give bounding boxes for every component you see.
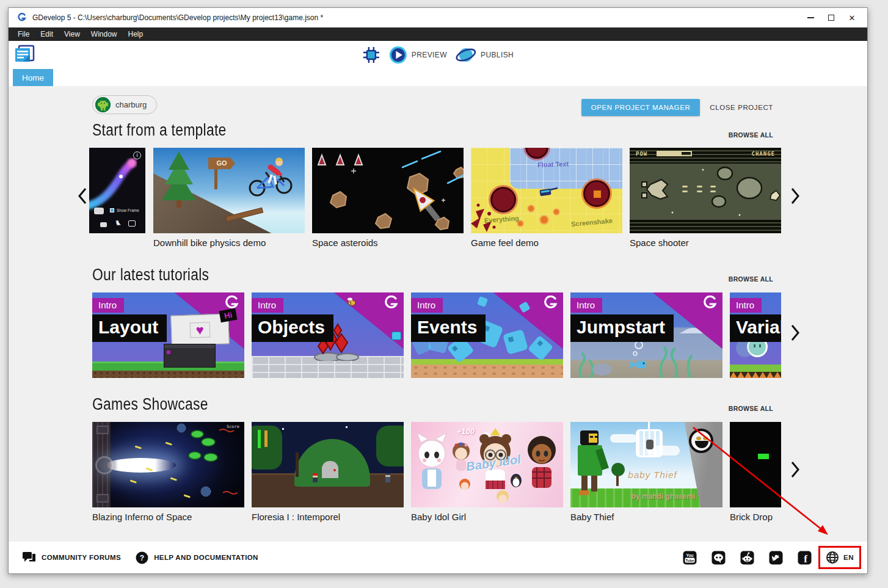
card-label[interactable]: Floresia I : Intemporel (252, 512, 340, 522)
showcase-card-floresia[interactable] (252, 422, 404, 507)
browse-all-templates[interactable]: BROWSE ALL (729, 131, 773, 139)
blob-core (594, 191, 601, 198)
reddit-icon[interactable] (740, 551, 754, 565)
youtube-icon[interactable]: You Tube (683, 551, 697, 565)
pixel-character-2 (385, 473, 390, 482)
card-label[interactable]: Downhill bike physics demo (153, 238, 266, 248)
tank-art (537, 186, 558, 198)
showcase-card-brick-drop[interactable] (730, 422, 781, 507)
gdevelop-logo-icon (17, 13, 27, 23)
minimize-button[interactable] (800, 10, 821, 26)
twitter-icon[interactable] (769, 551, 783, 565)
go-sign: GO (208, 158, 235, 169)
card-label[interactable]: Space shooter (630, 238, 689, 248)
bee-icon (346, 297, 358, 306)
help-documentation-label: HELP AND DOCUMENTATION (154, 554, 258, 561)
template-card-downhill-bike[interactable]: GO (153, 148, 305, 233)
dirt-strip (92, 371, 244, 378)
section-title-showcase: Games Showcase (92, 395, 208, 414)
panel-art (164, 344, 216, 368)
itch-mini-icon (128, 220, 136, 227)
preview-button[interactable]: PREVIEW (389, 46, 447, 64)
small-tree-trunk (616, 475, 619, 486)
menu-view[interactable]: View (59, 27, 86, 41)
cloud (610, 434, 637, 443)
user-profile-chip[interactable]: charburg (92, 95, 157, 114)
template-card-space-asteroids[interactable] (312, 148, 464, 233)
templates-right-arrow[interactable] (790, 187, 801, 208)
tutorial-card-objects[interactable]: Intro Objects (252, 292, 404, 378)
discord-icon[interactable] (711, 551, 726, 565)
facebook-icon[interactable]: f (798, 551, 812, 565)
gdevelop-logo-icon (702, 296, 718, 311)
pow-label: POW (636, 151, 647, 157)
tab-bar: Home (9, 69, 867, 86)
baby-thief-byline: by mahdi ghasemi (631, 492, 696, 501)
showcase-card-blazing-inferno[interactable]: Score (92, 422, 244, 507)
tutorial-card-jumpstart[interactable]: Intro Jumpstart (570, 292, 722, 378)
tutorials-right-arrow[interactable] (790, 324, 801, 344)
card-label[interactable]: Baby Idol Girl (411, 512, 466, 522)
close-project-button[interactable]: CLOSE PROJECT (704, 99, 779, 116)
menu-file[interactable]: File (12, 27, 35, 41)
tab-home[interactable]: Home (13, 69, 53, 86)
header-actions: OPEN PROJECT MANAGER CLOSE PROJECT (581, 99, 779, 116)
card-label[interactable]: Baby Thief (570, 512, 614, 522)
app-window: GDevelop 5 - C:\Users\charburg\Documents… (8, 7, 868, 574)
score-label: Score (227, 424, 239, 429)
project-manager-button[interactable] (13, 44, 35, 66)
pine-tree-art (162, 151, 196, 209)
user-avatar (95, 97, 111, 112)
tutorial-card-layout[interactable]: ♥ Hi Intro Layout (92, 292, 244, 378)
tutorial-tag: Intro (570, 298, 602, 313)
home-page: charburg OPEN PROJECT MANAGER CLOSE PROJ… (9, 86, 867, 542)
svg-text:f: f (804, 553, 807, 565)
change-label: CHANGE (751, 151, 775, 157)
enemies-art (92, 422, 244, 507)
showcase-card-baby-thief[interactable]: baby Thief by mahdi ghasemi (570, 422, 722, 507)
debugger-button[interactable] (362, 46, 380, 64)
language-selector-button[interactable]: EN (818, 546, 861, 569)
orange-dot-2 (540, 216, 548, 223)
browse-all-tutorials[interactable]: BROWSE ALL (729, 275, 773, 283)
help-documentation-button[interactable]: ? HELP AND DOCUMENTATION (128, 542, 266, 573)
heart-icon: ♥ (190, 322, 211, 338)
ground-strip (411, 365, 563, 378)
showcase-card-baby-idol[interactable]: +100 (411, 422, 563, 507)
card-label[interactable]: Blazing Inferno of Space (92, 512, 192, 522)
enemy-blob-right (583, 180, 610, 207)
publish-planet-icon (456, 46, 476, 64)
card-label[interactable]: Space asteroids (312, 238, 378, 248)
tutorial-title: Layout (92, 314, 167, 342)
menu-help[interactable]: Help (123, 27, 149, 41)
float-text-label: Float Text (537, 160, 569, 169)
section-title-templates: Start from a template (92, 121, 227, 140)
template-card-space-shooter[interactable]: POW CHANGE (630, 148, 781, 233)
toolbar: PREVIEW PUBLISH (9, 41, 867, 69)
menu-edit[interactable]: Edit (35, 27, 59, 41)
cage-rope (648, 422, 650, 429)
community-forums-button[interactable]: COMMUNITY FORUMS (15, 542, 128, 573)
publish-button[interactable]: PUBLISH (456, 46, 514, 64)
open-project-manager-button[interactable]: OPEN PROJECT MANAGER (581, 99, 701, 116)
menu-window[interactable]: Window (86, 27, 123, 41)
template-card-particle-demo[interactable]: i Show Frame 🐦︎ (89, 148, 145, 233)
social-links: You Tube (683, 551, 812, 565)
browse-all-showcase[interactable]: BROWSE ALL (729, 405, 773, 412)
menu-bar: File Edit View Window Help (9, 27, 867, 41)
template-card-game-feel[interactable]: Float Text Everything Screenshake (471, 148, 622, 233)
maximize-button[interactable] (821, 10, 842, 26)
section-title-tutorials: Our latest tutorials (92, 266, 209, 285)
card-label[interactable]: Game feel demo (471, 238, 539, 248)
show-frame-label: Show Frame (117, 208, 139, 212)
green-brick-art (758, 454, 769, 459)
close-button[interactable]: ✕ (842, 10, 862, 26)
bottom-stripes (630, 220, 781, 233)
tutorial-card-events[interactable]: Intro Events (411, 292, 563, 378)
maximize-icon (828, 15, 834, 21)
tutorial-card-variables[interactable]: +1 Intro Variab (730, 292, 781, 378)
carousel-left-arrow[interactable] (77, 187, 88, 208)
showcase-right-arrow[interactable] (790, 460, 801, 481)
pow-bar (657, 151, 692, 156)
card-label[interactable]: Brick Drop (730, 512, 773, 522)
